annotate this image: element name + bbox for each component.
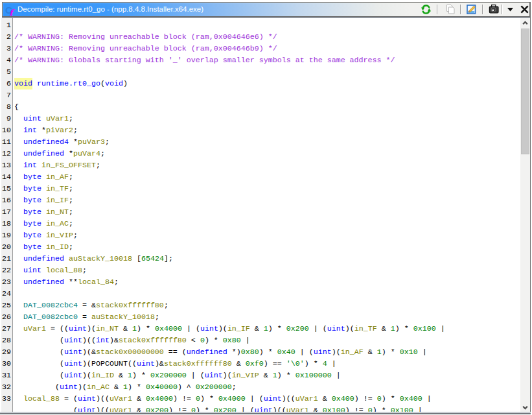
line-number: 33 (1, 393, 12, 405)
line-number: 8 (1, 101, 12, 113)
code-line[interactable]: undefined4 *puVar3; (14, 136, 520, 148)
code-line[interactable]: (uint)(in_ID & 1) * 0x200000 | (uint)(in… (14, 370, 520, 381)
toolbar-separator (482, 5, 483, 14)
code-line[interactable] (14, 66, 520, 78)
code-line[interactable]: int in_FS_OFFSET; (14, 160, 520, 171)
line-number: 7 (1, 89, 12, 101)
line-number: 11 (1, 136, 12, 148)
window-title: Decompile: runtime.rt0_go - (npp.8.4.8.I… (17, 3, 203, 16)
line-number: 22 (1, 265, 12, 276)
line-number: 24 (1, 288, 12, 300)
line-number: 4 (1, 54, 12, 66)
line-number: 12 (1, 148, 12, 160)
code-line[interactable]: byte in_AC; (14, 218, 520, 230)
line-number: 25 (1, 300, 12, 311)
code-line[interactable]: uVar1 = ((uint)(in_NT & 1) * 0x4000 | (u… (14, 323, 520, 335)
code-line[interactable] (14, 19, 520, 31)
scrollbar-thumb[interactable] (521, 29, 529, 154)
toolbar-separator (460, 5, 461, 14)
code-line[interactable]: void runtime.rt0_go(void) (14, 78, 520, 89)
code-line[interactable]: { (14, 101, 520, 113)
line-number: 29 (1, 346, 12, 358)
line-number: 1 (1, 19, 12, 31)
line-number: 10 (1, 124, 12, 136)
code-line[interactable]: local_88 = (uint)((uVar1 & 0x4000) != 0)… (14, 393, 520, 405)
code-line[interactable]: (uint)(POPCOUNT((uint)&stack0xffffff80 &… (14, 358, 520, 370)
line-number: 31 (1, 370, 12, 381)
code-line[interactable]: byte in_TF; (14, 183, 520, 195)
window-right-border (530, 2, 531, 412)
title-bar[interactable]: C f Decompile: runtime.rt0_go - (npp.8.4… (2, 2, 530, 17)
window-bottom-frame (0, 413, 531, 414)
line-number: 26 (1, 311, 12, 323)
line-number: 23 (1, 276, 12, 288)
code-line[interactable]: byte in_ID; (14, 241, 520, 253)
chevron-down-icon (520, 403, 530, 412)
line-number: 20 (1, 241, 12, 253)
edit-signature-button[interactable] (465, 3, 478, 16)
code-line[interactable]: int *piVar2; (14, 124, 520, 136)
code-line[interactable]: DAT_0082cbc4 = &stack0xffffff80; (14, 300, 520, 311)
code-line[interactable]: byte in_IF; (14, 195, 520, 206)
line-number: 15 (1, 183, 12, 195)
chevron-up-icon (520, 18, 530, 28)
svg-text:f: f (9, 8, 15, 16)
line-number: 3 (1, 43, 12, 54)
line-number: 16 (1, 195, 12, 206)
line-number-gutter: 1234567891011121314151617181920212223242… (1, 18, 13, 412)
toolbar-separator (437, 5, 437, 14)
line-number: 9 (1, 113, 12, 124)
line-number: 17 (1, 206, 12, 218)
decompile-window: C f Decompile: runtime.rt0_go - (npp.8.4… (0, 0, 532, 415)
code-line[interactable]: /* WARNING: Globals starting with '_' ov… (14, 54, 520, 66)
line-number: 30 (1, 358, 12, 370)
line-number: 13 (1, 160, 12, 171)
menu-dropdown-button[interactable] (504, 3, 516, 16)
code-line[interactable] (14, 89, 520, 101)
toolbar-separator (502, 5, 502, 14)
line-number: 28 (1, 335, 12, 346)
line-number: 32 (1, 381, 12, 393)
code-line[interactable]: (uint)(&stack0x00000000 == (undefined *)… (14, 346, 520, 358)
highlighted-token: void (14, 78, 32, 89)
code-line[interactable]: /* WARNING: Removing unreachable block (… (14, 43, 520, 54)
line-number: 27 (1, 323, 12, 335)
line-number: 5 (1, 66, 12, 78)
code-line[interactable]: undefined *puVar4; (14, 148, 520, 160)
code-line[interactable]: undefined **local_84; (14, 276, 520, 288)
code-line[interactable]: DAT_0082cbc0 = auStackY_10018; (14, 311, 520, 323)
scroll-up-button[interactable] (520, 18, 530, 28)
code-line[interactable]: uint local_88; (14, 265, 520, 276)
code-line[interactable] (14, 288, 520, 300)
vertical-scrollbar[interactable] (520, 18, 530, 412)
line-number: 19 (1, 230, 12, 241)
code-line[interactable]: (uint)(in_AC & 1) * 0x40000) ^ 0x200000; (14, 381, 520, 393)
code-area[interactable]: /* WARNING: Removing unreachable block (… (13, 18, 520, 412)
code-line[interactable]: uint uVar1; (14, 113, 520, 124)
close-button[interactable] (518, 3, 531, 16)
code-line[interactable]: byte in_VIP; (14, 230, 520, 241)
code-line[interactable]: byte in_NT; (14, 206, 520, 218)
copy-button[interactable] (444, 3, 456, 16)
line-number: 14 (1, 171, 12, 183)
snapshot-button[interactable] (488, 3, 500, 16)
code-line[interactable]: /* WARNING: Removing unreachable block (… (14, 31, 520, 43)
code-line[interactable]: byte in_AF; (14, 171, 520, 183)
scroll-down-button[interactable] (520, 403, 530, 412)
line-number: 2 (1, 31, 12, 43)
code-line[interactable]: undefined auStackY_10018 [65424]; (14, 253, 520, 265)
line-number: 18 (1, 218, 12, 230)
code-line[interactable]: (uint)((int)&stack0xffffff80 < 0) * 0x80… (14, 335, 520, 346)
decompiler-panel: 1234567891011121314151617181920212223242… (1, 18, 530, 412)
refresh-button[interactable] (420, 3, 432, 16)
line-number: 6 (1, 78, 12, 89)
line-number: 21 (1, 253, 12, 265)
decompiler-icon: C f (5, 5, 16, 16)
